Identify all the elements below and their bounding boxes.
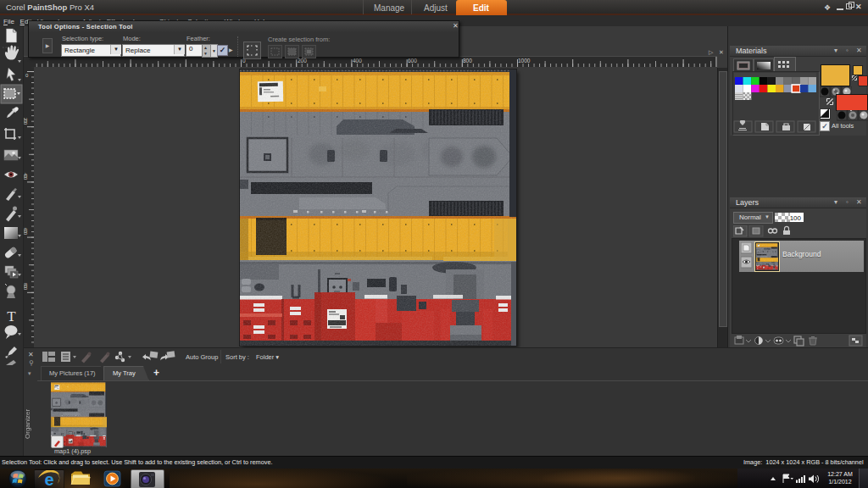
svg-text:T: T — [7, 308, 16, 324]
svg-text:1000: 1000 — [518, 58, 531, 64]
svg-text:100: 100 — [790, 214, 802, 222]
svg-text:600: 600 — [408, 58, 417, 64]
svg-text:800: 800 — [463, 58, 472, 64]
svg-text:400: 400 — [353, 58, 362, 64]
